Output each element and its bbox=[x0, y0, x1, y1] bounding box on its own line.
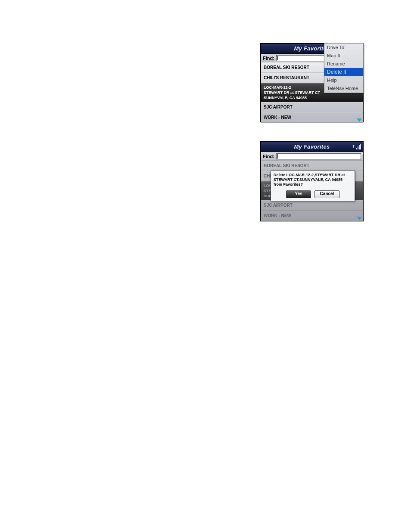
list-item-label: WORK - NEW bbox=[264, 213, 291, 218]
signal-bar bbox=[360, 144, 361, 149]
signal-bar bbox=[356, 148, 357, 149]
document-page: My Favorites Find: BOREAL SKI RESORT CHI… bbox=[0, 0, 411, 532]
list-item-label: CHILI'S RESTAURANT bbox=[264, 75, 309, 80]
scroll-down-icon[interactable] bbox=[357, 118, 362, 122]
caret-icon bbox=[277, 56, 278, 60]
list-item-label: BOREAL SKI RESORT bbox=[264, 65, 309, 70]
menu-label: Map It bbox=[327, 53, 340, 58]
menu-item-map-it[interactable]: Map It bbox=[324, 52, 363, 60]
find-row: Find: bbox=[261, 152, 363, 161]
find-input[interactable] bbox=[276, 153, 361, 159]
list-item[interactable]: BOREAL SKI RESORT bbox=[261, 161, 363, 171]
signal-prefix: T bbox=[352, 143, 355, 149]
list-item-label: SJC AIRPORT bbox=[264, 203, 293, 208]
menu-label: TeleNav Home bbox=[327, 86, 358, 91]
list-item-label: WORK - NEW bbox=[264, 115, 291, 120]
menu-label: Drive To bbox=[327, 45, 344, 50]
button-label: Yes bbox=[295, 191, 302, 196]
menu-label: Help bbox=[327, 78, 337, 83]
find-label: Find: bbox=[263, 56, 274, 61]
screenshot-favorites-menu: My Favorites Find: BOREAL SKI RESORT CHI… bbox=[260, 43, 364, 122]
button-label: Cancel bbox=[320, 191, 334, 196]
list-item-label: SJC AIRPORT bbox=[264, 105, 293, 109]
list-item[interactable]: SJC AIRPORT bbox=[261, 102, 363, 112]
menu-label: Rename bbox=[327, 61, 345, 66]
title-text: My Favorites bbox=[294, 143, 330, 150]
menu-label: Delete It bbox=[327, 69, 346, 75]
device-inner: My Favorites T Find: BOREAL SKI RESORT C… bbox=[261, 142, 363, 221]
menu-item-delete-it[interactable]: Delete It bbox=[324, 68, 363, 76]
caret-icon bbox=[277, 154, 278, 159]
signal-bar bbox=[358, 146, 358, 149]
list-item-label: BOREAL SKI RESORT bbox=[264, 163, 309, 168]
menu-item-help[interactable]: Help bbox=[324, 76, 363, 84]
title-bar: My Favorites T bbox=[261, 142, 363, 152]
screenshot-favorites-confirm: My Favorites T Find: BOREAL SKI RESORT C… bbox=[260, 141, 364, 221]
menu-item-rename[interactable]: Rename bbox=[324, 60, 363, 68]
find-label: Find: bbox=[263, 154, 274, 159]
dialog-message: Delete LOC-MAR-12-2,STEWART DR at STEWAR… bbox=[271, 171, 355, 189]
signal-indicator-icon: T bbox=[352, 143, 361, 149]
context-menu: Drive To Map It Rename Delete It Help Te… bbox=[324, 43, 364, 93]
list-item[interactable]: WORK - NEW bbox=[261, 112, 363, 123]
list-item[interactable]: SJC AIRPORT bbox=[261, 200, 363, 211]
selected-line: SUNNYVALE, CA 94085 bbox=[264, 95, 360, 100]
cancel-button[interactable]: Cancel bbox=[314, 190, 339, 198]
dialog-buttons: Yes Cancel bbox=[271, 189, 355, 201]
confirm-delete-dialog: Delete LOC-MAR-12-2,STEWART DR at STEWAR… bbox=[271, 171, 355, 201]
device-inner: My Favorites Find: BOREAL SKI RESORT CHI… bbox=[261, 44, 363, 123]
scroll-down-icon[interactable] bbox=[357, 217, 362, 220]
signal-bar bbox=[359, 145, 360, 149]
yes-button[interactable]: Yes bbox=[286, 190, 311, 198]
list-item[interactable]: WORK - NEW bbox=[261, 211, 363, 221]
menu-item-telenav-home[interactable]: TeleNav Home bbox=[324, 84, 363, 93]
menu-item-drive-to[interactable]: Drive To bbox=[324, 44, 363, 52]
